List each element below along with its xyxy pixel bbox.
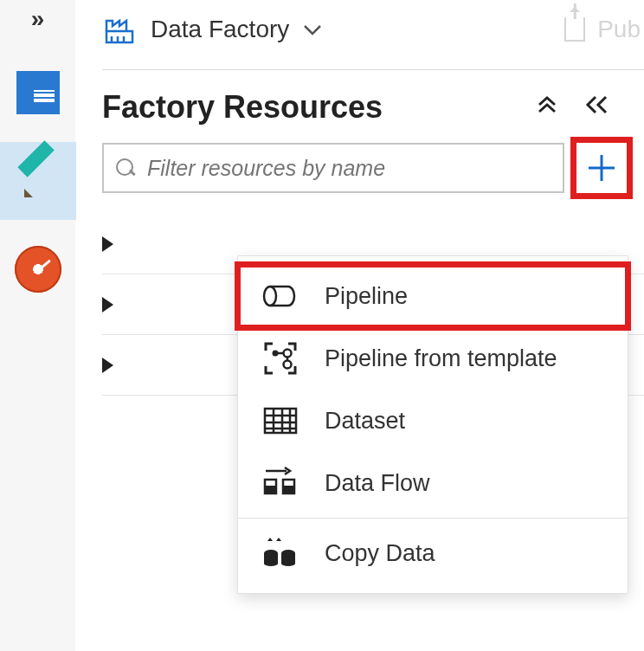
pipeline-icon xyxy=(262,278,299,314)
collapse-all-icon[interactable] xyxy=(537,94,557,121)
rail-author-button[interactable] xyxy=(0,142,76,220)
expand-rail-icon[interactable]: » xyxy=(31,7,45,31)
filter-row xyxy=(102,143,644,193)
menu-label: Copy Data xyxy=(325,540,435,567)
publish-label: Pub xyxy=(597,16,641,43)
main-pane: Data Factory Pub Factory Resources xyxy=(76,0,644,651)
menu-item-pipeline[interactable]: Pipeline xyxy=(238,265,628,327)
menu-divider xyxy=(238,518,628,519)
resources-header: Factory Resources xyxy=(102,89,644,126)
dataflow-icon xyxy=(262,465,299,501)
add-resource-menu: Pipeline Pipeline fro xyxy=(237,255,628,594)
svg-rect-21 xyxy=(265,486,276,493)
svg-point-6 xyxy=(264,287,276,306)
menu-item-pipeline-from-template[interactable]: Pipeline from template xyxy=(238,327,628,390)
rail-monitor-button[interactable] xyxy=(0,230,76,308)
rail-home-button[interactable] xyxy=(0,54,76,132)
app-root: » Data Factory xyxy=(0,0,644,651)
svg-point-8 xyxy=(284,350,292,358)
menu-item-copy-data[interactable]: Copy Data xyxy=(238,522,628,584)
menu-label: Pipeline xyxy=(325,283,408,310)
publish-button: Pub xyxy=(564,16,644,43)
filter-input[interactable] xyxy=(145,155,551,182)
svg-point-31 xyxy=(281,561,295,566)
template-icon xyxy=(262,340,299,377)
home-icon xyxy=(16,71,60,114)
triangle-right-icon xyxy=(102,236,113,252)
menu-label: Pipeline from template xyxy=(325,345,557,372)
left-rail: » xyxy=(0,0,76,651)
copy-data-icon xyxy=(262,535,299,571)
search-icon xyxy=(116,158,135,177)
svg-point-9 xyxy=(284,361,292,369)
factory-icon xyxy=(102,12,137,47)
menu-item-dataset[interactable]: Dataset xyxy=(238,390,628,452)
pencil-icon xyxy=(14,157,62,205)
filter-input-wrapper[interactable] xyxy=(102,143,564,193)
triangle-right-icon xyxy=(102,358,113,373)
dataset-icon xyxy=(262,403,299,439)
svg-point-28 xyxy=(264,561,278,566)
publish-icon xyxy=(564,17,585,42)
menu-label: Data Flow xyxy=(325,470,430,497)
gauge-icon xyxy=(15,246,61,293)
chevron-down-icon[interactable] xyxy=(303,17,322,42)
hide-panel-icon[interactable] xyxy=(583,94,609,121)
menu-label: Dataset xyxy=(325,408,405,435)
triangle-right-icon xyxy=(102,297,113,313)
svg-rect-23 xyxy=(283,486,294,493)
add-resource-button[interactable] xyxy=(576,143,627,193)
svg-rect-0 xyxy=(106,31,132,42)
svg-point-7 xyxy=(273,351,279,357)
top-bar: Data Factory Pub xyxy=(102,12,644,70)
factory-dropdown-label[interactable]: Data Factory xyxy=(151,16,289,43)
menu-item-data-flow[interactable]: Data Flow xyxy=(238,452,628,514)
svg-marker-25 xyxy=(276,538,281,541)
svg-marker-24 xyxy=(267,538,273,541)
resources-title: Factory Resources xyxy=(102,89,511,126)
